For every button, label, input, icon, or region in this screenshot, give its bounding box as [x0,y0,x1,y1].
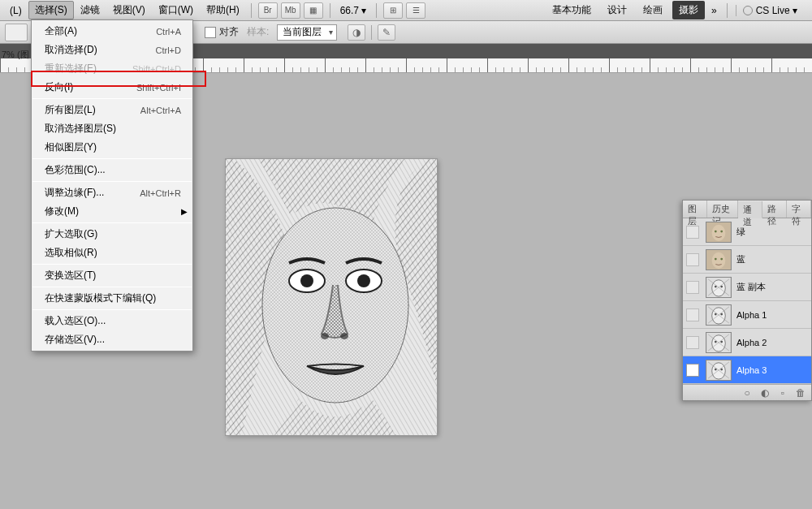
menu-item[interactable]: 所有图层(L)Alt+Ctrl+A [32,101,192,119]
svg-point-16 [712,224,726,240]
channel-label: 蓝 副本 [736,281,808,293]
cslive-label: CS Live ▾ [756,5,797,16]
svg-point-43 [720,340,723,343]
delete-channel-icon[interactable]: 🗑 [795,387,806,399]
panel-tab[interactable]: 通道 [738,201,762,218]
bridge-icon[interactable]: Br [258,2,278,19]
panel-tab[interactable]: 字符 [787,201,811,218]
channel-thumbnail [706,332,732,353]
menu-item[interactable]: 修改(M)▶ [32,202,192,221]
menu-item-label: 调整边缘(F)... [45,186,104,200]
svg-point-42 [715,340,717,343]
menu-item[interactable]: 载入选区(O)... [32,312,192,330]
visibility-eye-icon[interactable] [686,308,699,321]
mini-bridge-icon[interactable]: Mb [281,2,300,19]
menu-item-label: 取消选择图层(S) [45,122,116,136]
channel-row[interactable]: 👁Alpha 3 [683,356,811,384]
panel-tab[interactable]: 历史记 [707,201,738,218]
channel-row[interactable]: 蓝 [683,246,811,274]
separator [376,3,377,18]
visibility-eye-icon[interactable] [686,226,699,239]
channel-label: Alpha 3 [736,365,808,375]
ignore-adjust-icon[interactable]: ◑ [348,24,365,41]
visibility-eye-icon[interactable]: 👁 [686,364,699,377]
menu-item[interactable]: 取消选择图层(S) [32,119,192,138]
menubar: (L) 选择(S) 滤镜 视图(V) 窗口(W) 帮助(H) Br Mb ▦ 6… [0,0,812,21]
doc-tab-fragment: 7% (图 [0,45,31,64]
workspace-essentials[interactable]: 基本功能 [546,1,598,19]
menu-item[interactable]: 选取相似(R) [32,244,192,262]
visibility-eye-icon[interactable] [686,281,699,294]
channel-label: 蓝 [736,253,808,265]
workspace-design[interactable]: 设计 [601,1,633,19]
menu-item[interactable]: 变换选区(T) [32,266,192,285]
cslive-icon [743,6,753,15]
new-channel-icon[interactable]: ▫ [777,387,788,399]
visibility-eye-icon[interactable] [686,253,699,266]
workspace-more[interactable]: » [706,5,722,16]
menu-item[interactable]: 扩大选取(G) [32,225,192,244]
sample-value: 当前图层 [283,25,322,39]
menu-filter[interactable]: 滤镜 [74,1,106,19]
zoom-display[interactable]: 66.7 ▾ [335,5,372,16]
document-canvas[interactable] [226,159,437,435]
cslive-button[interactable]: CS Live ▾ [736,5,804,16]
save-selection-icon[interactable]: ◐ [759,387,771,399]
screen-mode-icon[interactable]: ☰ [406,2,425,19]
arrange-docs-icon[interactable]: ⊞ [383,2,403,19]
menu-item[interactable]: 全部(A)Ctrl+A [32,22,192,41]
channel-row[interactable]: Alpha 2 [683,329,811,356]
separator [330,3,330,18]
align-checkbox[interactable] [205,27,216,38]
menu-partial[interactable]: (L) [3,2,28,19]
menu-item: 重新选择(E)Shift+Ctrl+D [32,59,192,78]
menu-select[interactable]: 选择(S) [28,1,74,19]
menu-item-label: 修改(M) [45,205,79,218]
menu-item-label: 全部(A) [45,24,77,38]
workspace-painting[interactable]: 绘画 [637,1,669,19]
menu-divider [32,264,192,265]
panel-tab[interactable]: 图层 [683,201,707,218]
svg-point-10 [300,274,313,287]
menu-item-label: 反向(I) [45,80,73,94]
visibility-eye-icon[interactable] [686,336,699,349]
menu-item-label: 载入选区(O)... [45,314,106,328]
workspace-photography[interactable]: 摄影 [672,1,705,19]
menu-item[interactable]: 在快速蒙版模式下编辑(Q) [32,289,192,308]
menu-help[interactable]: 帮助(H) [200,1,246,19]
menu-item[interactable]: 相似图层(Y) [32,138,192,157]
menu-item[interactable]: 色彩范围(C)... [32,161,192,179]
menu-view[interactable]: 视图(V) [106,1,152,19]
submenu-arrow-icon: ▶ [181,207,188,216]
pressure-icon[interactable]: ✎ [378,24,395,41]
menu-item[interactable]: 反向(I)Shift+Ctrl+I [32,78,192,97]
menu-window[interactable]: 窗口(W) [152,1,200,19]
svg-point-20 [712,252,726,268]
menu-item[interactable]: 存储选区(V)... [32,330,192,349]
channel-label: Alpha 1 [736,310,808,320]
menu-item-shortcut: Shift+Ctrl+D [132,64,181,74]
load-selection-icon[interactable]: ○ [741,387,753,399]
channel-row[interactable]: Alpha 1 [683,301,811,329]
channels-panel: 图层历史记通道路径字符 绿蓝蓝 副本Alpha 1Alpha 2👁Alpha 3… [682,200,812,401]
menu-divider [32,309,192,310]
menu-item[interactable]: 取消选择(D)Ctrl+D [32,41,192,59]
menu-divider [32,181,192,182]
svg-point-17 [715,230,717,232]
channel-row[interactable]: 蓝 副本 [683,274,811,301]
svg-point-21 [715,257,717,260]
svg-point-18 [720,230,723,232]
menu-item-shortcut: Ctrl+A [156,27,181,37]
menu-item-label: 取消选择(D) [45,43,97,57]
menu-divider [32,222,192,223]
sample-select[interactable]: 当前图层 [277,24,337,41]
svg-point-35 [715,313,717,315]
menu-item[interactable]: 调整边缘(F)...Alt+Ctrl+R [32,183,192,202]
menu-item-label: 存储选区(V)... [45,333,105,347]
channel-thumbnail [706,360,732,381]
view-extras-icon[interactable]: ▦ [304,2,323,19]
panel-tab[interactable]: 路径 [762,201,787,218]
menu-item-shortcut: Shift+Ctrl+I [136,83,181,93]
menu-divider [32,98,192,99]
channel-thumbnail [706,277,732,298]
